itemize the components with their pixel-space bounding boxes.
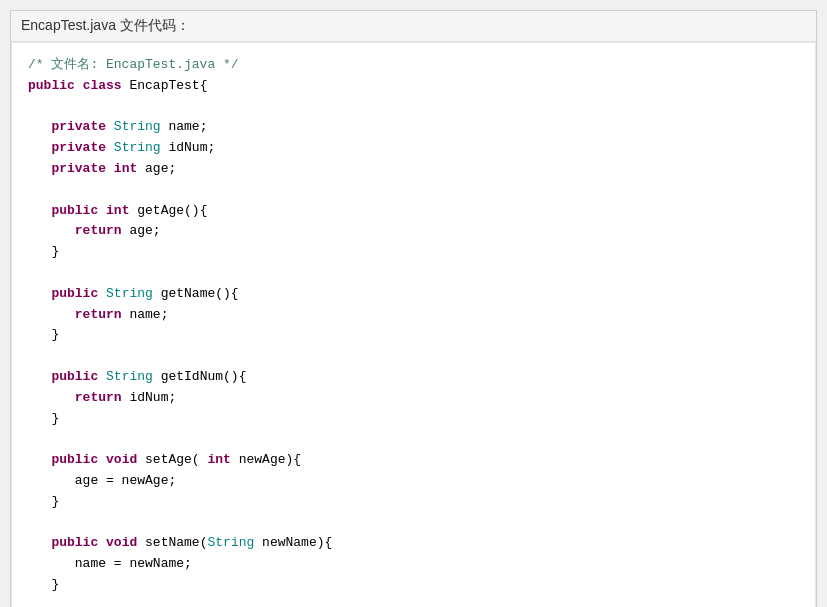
setage-close: }	[28, 492, 799, 513]
field-idnum: private String idNum;	[28, 138, 799, 159]
getname-body: return name;	[28, 305, 799, 326]
class-decl: public class EncapTest{	[28, 76, 799, 97]
code-area: /* 文件名: EncapTest.java */ public class E…	[11, 42, 816, 607]
getage-sig: public int getAge(){	[28, 201, 799, 222]
getidnum-sig: public String getIdNum(){	[28, 367, 799, 388]
getage-body: return age;	[28, 221, 799, 242]
getname-close: }	[28, 325, 799, 346]
field-name: private String name;	[28, 117, 799, 138]
setname-body: name = newName;	[28, 554, 799, 575]
getidnum-body: return idNum;	[28, 388, 799, 409]
getname-sig: public String getName(){	[28, 284, 799, 305]
comment-line: /* 文件名: EncapTest.java */	[28, 55, 799, 76]
title-bar: EncapTest.java 文件代码：	[11, 11, 816, 42]
setage-body: age = newAge;	[28, 471, 799, 492]
main-container: EncapTest.java 文件代码： /* 文件名: EncapTest.j…	[10, 10, 817, 607]
setage-sig: public void setAge( int newAge){	[28, 450, 799, 471]
field-age: private int age;	[28, 159, 799, 180]
setname-close: }	[28, 575, 799, 596]
title-text: EncapTest.java 文件代码：	[21, 17, 190, 33]
getage-close: }	[28, 242, 799, 263]
getidnum-close: }	[28, 409, 799, 430]
setname-sig: public void setName(String newName){	[28, 533, 799, 554]
